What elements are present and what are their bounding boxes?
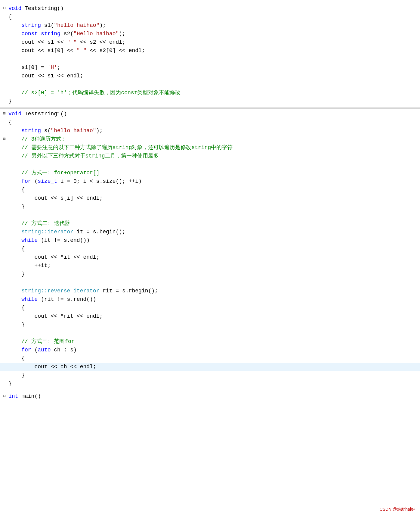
code-text: { (8, 186, 417, 194)
code-line: ⊟void Teststring() (0, 5, 420, 13)
code-line: { (0, 354, 420, 363)
code-text: void Teststring() (8, 5, 417, 13)
code-text: for (size_t i = 0; i < s.size(); ++i) (8, 177, 417, 186)
code-line: } (0, 203, 420, 211)
fold-marker-empty (3, 304, 8, 312)
code-line: string s1("hello haihao"); (0, 21, 420, 30)
fold-marker-empty (3, 194, 8, 203)
code-text: string s("hello haihao"); (8, 127, 417, 135)
fold-marker-empty (3, 55, 8, 64)
fold-marker-empty (3, 169, 8, 177)
code-line: for (auto ch : s) (0, 346, 420, 354)
code-line: cout << s1 << endl; (0, 72, 420, 80)
fold-marker-empty (3, 64, 8, 72)
code-line (0, 211, 420, 220)
code-line: } (0, 97, 420, 106)
code-text: cout << *it << endl; (8, 253, 417, 262)
fold-marker-empty (3, 253, 8, 262)
code-text: { (8, 354, 417, 363)
code-line: cout << *it << endl; (0, 253, 420, 262)
code-text: ++it; (8, 262, 417, 270)
code-line: // 另外以下三种方式对于string二月，第一种使用最多 (0, 152, 420, 160)
code-line: cout << *rit << endl; (0, 312, 420, 321)
fold-marker-empty (3, 236, 8, 245)
fold-marker-empty (3, 371, 8, 380)
code-line: while (rit != s.rend()) (0, 295, 420, 304)
code-line: { (0, 186, 420, 194)
code-text: // 方式一: for+operator[] (8, 169, 417, 177)
code-line: // 方式一: for+operator[] (0, 169, 420, 177)
code-line: { (0, 304, 420, 312)
code-line: // s2[0] = 'h'；代码编译失败，因为const类型对象不能修改 (0, 89, 420, 97)
fold-marker-empty (3, 47, 8, 55)
code-line: string::iterator it = s.begin(); (0, 228, 420, 236)
block-teststring1: ⊟void Teststring1() { string s("hello ha… (0, 108, 420, 389)
fold-marker-empty (3, 211, 8, 220)
code-text: cout << s1 << endl; (8, 72, 417, 80)
code-line: const string s2("Hello haihao"); (0, 30, 420, 38)
code-line: // 方式二: 迭代器 (0, 220, 420, 228)
code-text: string::reverse_iterator rit = s.rbegin(… (8, 287, 417, 295)
code-line: ⊟ // 3种遍历方式: (0, 135, 420, 144)
code-text: // 方式三: 范围for (8, 338, 417, 346)
fold-marker-empty (3, 30, 8, 38)
code-text: // 3种遍历方式: (8, 135, 417, 144)
block-teststring: ⊟void Teststring() { string s1("hello ha… (0, 3, 420, 107)
code-line: ⊟void Teststring1() (0, 110, 420, 118)
code-text: // 另外以下三种方式对于string二月，第一种使用最多 (8, 152, 417, 160)
code-line: ⊟int main() (0, 392, 420, 401)
code-line: string::reverse_iterator rit = s.rbegin(… (0, 287, 420, 295)
fold-marker-empty (3, 144, 8, 152)
fold-marker-empty (3, 287, 8, 295)
fold-marker-empty (3, 338, 8, 346)
code-line: s1[0] = 'H'; (0, 64, 420, 72)
fold-marker-empty (3, 228, 8, 236)
code-line: { (0, 245, 420, 253)
code-text: { (8, 245, 417, 253)
code-text: while (it != s.end()) (8, 236, 417, 245)
fold-marker-empty (3, 177, 8, 186)
code-text: // 需要注意的以下三种方式除了遍历string对象，还可以遍历是修改strin… (8, 144, 417, 152)
code-line: { (0, 13, 420, 21)
fold-marker-empty (3, 295, 8, 304)
fold-marker[interactable]: ⊟ (3, 136, 8, 142)
code-line (0, 279, 420, 287)
fold-marker[interactable]: ⊟ (3, 5, 8, 12)
fold-marker-empty (3, 245, 8, 253)
code-line: while (it != s.end()) (0, 236, 420, 245)
fold-marker-empty (3, 279, 8, 287)
fold-marker-empty (3, 354, 8, 363)
code-text: } (8, 270, 417, 279)
code-editor: ⊟void Teststring() { string s1("hello ha… (0, 3, 420, 402)
code-text: const string s2("Hello haihao"); (8, 30, 417, 38)
code-line (0, 329, 420, 338)
code-text: cout << s1 << " " << s2 << endl; (8, 38, 417, 47)
fold-marker[interactable]: ⊟ (3, 111, 8, 117)
fold-marker-empty (3, 270, 8, 279)
fold-marker-empty (3, 21, 8, 30)
block-main: ⊟int main() (0, 391, 420, 402)
code-text: int main() (8, 392, 417, 401)
code-text: } (8, 203, 417, 211)
code-text: } (8, 321, 417, 329)
code-text: } (8, 97, 417, 106)
fold-marker-empty (3, 329, 8, 338)
fold-marker-empty (3, 89, 8, 97)
fold-marker-empty (3, 262, 8, 270)
code-text: cout << ch << endl; (8, 363, 417, 371)
code-line: cout << s[i] << endl; (0, 194, 420, 203)
code-line (0, 55, 420, 64)
fold-marker-empty (3, 13, 8, 21)
fold-marker-empty (3, 346, 8, 354)
fold-marker-empty (3, 380, 8, 388)
code-text: { (8, 13, 417, 21)
fold-marker-empty (3, 72, 8, 80)
fold-marker[interactable]: ⊟ (3, 393, 8, 400)
code-text: cout << s[i] << endl; (8, 194, 417, 203)
bottom-bar-text: CSDN @魅励hai好 (380, 507, 415, 512)
fold-marker-empty (3, 203, 8, 211)
code-line (0, 80, 420, 89)
fold-marker-empty (3, 363, 8, 371)
code-text: } (8, 371, 417, 380)
code-line: // 需要注意的以下三种方式除了遍历string对象，还可以遍历是修改strin… (0, 144, 420, 152)
